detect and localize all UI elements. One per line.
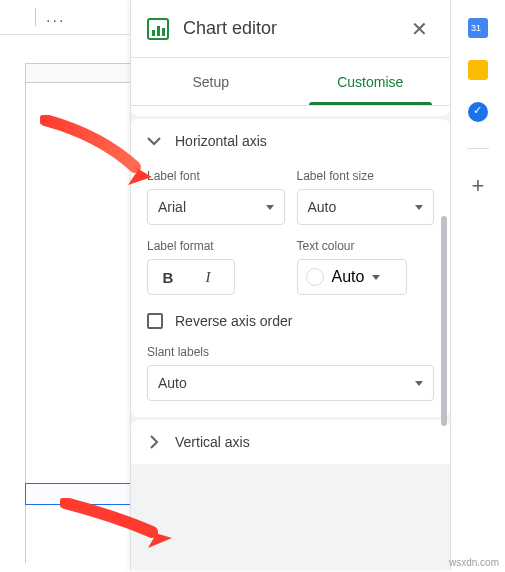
annotation-arrow-2 (60, 498, 180, 548)
vertical-axis-card: Vertical axis (131, 420, 450, 464)
label-font-size-dropdown[interactable]: Auto (297, 189, 435, 225)
chevron-right-icon (147, 435, 161, 449)
watermark: wsxdn.com (449, 557, 499, 568)
reverse-axis-row[interactable]: Reverse axis order (147, 313, 434, 329)
horizontal-axis-header[interactable]: Horizontal axis (131, 119, 450, 163)
caret-icon (415, 205, 423, 210)
calendar-icon[interactable] (468, 18, 488, 38)
tab-customise[interactable]: Customise (291, 58, 451, 105)
text-colour-dropdown[interactable]: Auto (297, 259, 407, 295)
chart-editor-panel: Chart editor ✕ Setup Customise Horizonta… (130, 0, 450, 570)
toolbar-divider (35, 8, 36, 26)
reverse-axis-label: Reverse axis order (175, 313, 293, 329)
text-colour-value: Auto (332, 268, 365, 286)
add-addon-button[interactable]: + (472, 175, 485, 197)
more-menu[interactable]: ... (46, 8, 65, 26)
slant-labels-dropdown[interactable]: Auto (147, 365, 434, 401)
label-font-value: Arial (158, 199, 186, 215)
close-icon[interactable]: ✕ (404, 14, 434, 44)
tab-setup[interactable]: Setup (131, 58, 291, 105)
horizontal-axis-card: Horizontal axis Label font Arial Label f… (131, 119, 450, 417)
column-header[interactable] (26, 63, 135, 83)
scrollbar-thumb[interactable] (441, 216, 447, 426)
horizontal-axis-body: Label font Arial Label font size Auto (131, 169, 450, 417)
text-colour-label: Text colour (297, 239, 435, 253)
keep-icon[interactable] (468, 60, 488, 80)
reverse-axis-checkbox[interactable] (147, 313, 163, 329)
italic-button[interactable]: I (188, 260, 228, 294)
bold-button[interactable]: B (148, 260, 188, 294)
chart-icon (147, 18, 169, 40)
side-panel-divider (467, 148, 489, 149)
label-format-label: Label format (147, 239, 285, 253)
legend-section-collapsed[interactable] (131, 106, 450, 116)
side-panel: + (450, 0, 505, 570)
panel-header: Chart editor ✕ (131, 0, 450, 58)
label-format-group: B I (147, 259, 235, 295)
label-font-size-label: Label font size (297, 169, 435, 183)
tabs: Setup Customise (131, 58, 450, 106)
panel-title: Chart editor (183, 18, 390, 39)
caret-icon (372, 275, 380, 280)
caret-icon (415, 381, 423, 386)
slant-labels-label: Slant labels (147, 345, 434, 359)
colour-swatch (306, 268, 324, 286)
section-title-haxis: Horizontal axis (175, 133, 267, 149)
label-font-label: Label font (147, 169, 285, 183)
app-toolbar: ... (0, 0, 130, 35)
slant-labels-value: Auto (158, 375, 187, 391)
tasks-icon[interactable] (468, 102, 488, 122)
section-title-vaxis: Vertical axis (175, 434, 250, 450)
annotation-arrow-1 (40, 115, 160, 185)
caret-icon (266, 205, 274, 210)
vertical-axis-header[interactable]: Vertical axis (131, 420, 450, 464)
label-font-size-value: Auto (308, 199, 337, 215)
label-font-dropdown[interactable]: Arial (147, 189, 285, 225)
